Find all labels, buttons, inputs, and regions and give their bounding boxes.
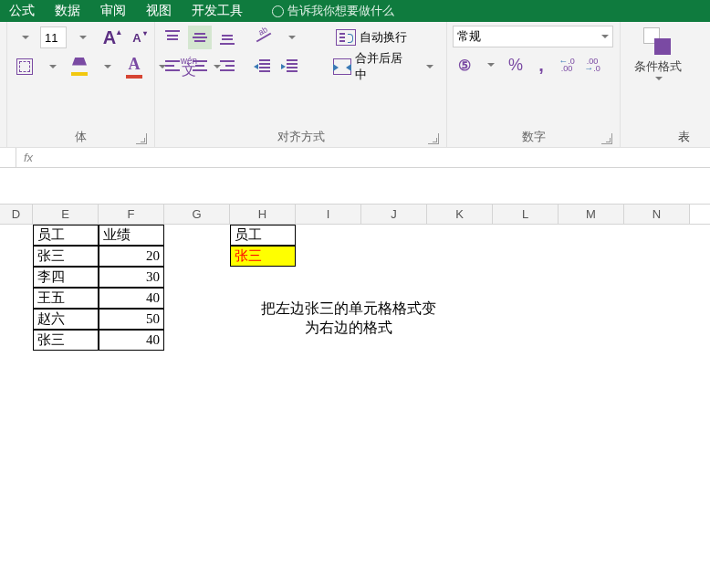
merge-label: 合并后居中 xyxy=(355,50,408,83)
font-size-input[interactable]: 11 xyxy=(40,26,67,48)
decrease-indent-icon xyxy=(254,59,272,74)
comma-icon: , xyxy=(538,55,544,76)
group-styles: 条件格式 表 xyxy=(621,22,695,147)
cell[interactable]: 张三 xyxy=(230,246,296,267)
number-format-value: 常规 xyxy=(457,28,481,45)
formula-input[interactable] xyxy=(40,148,710,167)
font-dialog-launcher[interactable] xyxy=(136,133,147,144)
conditional-formatting-icon xyxy=(643,27,673,57)
orientation-dropdown[interactable] xyxy=(279,26,303,49)
column-header-F[interactable]: F xyxy=(99,205,164,224)
increase-indent-button[interactable] xyxy=(278,55,302,79)
increase-decimal-icon: ←.0.00 xyxy=(559,58,575,72)
column-header-K[interactable]: K xyxy=(427,205,493,224)
column-header-H[interactable]: H xyxy=(230,205,296,224)
borders-button[interactable] xyxy=(13,55,37,79)
comma-style-button[interactable]: , xyxy=(529,53,553,77)
font-size-dropdown[interactable] xyxy=(70,26,94,49)
align-dialog-launcher[interactable] xyxy=(428,133,439,144)
increase-decimal-button[interactable]: ←.0.00 xyxy=(555,53,579,77)
column-header-G[interactable]: G xyxy=(164,205,230,224)
cell[interactable]: 李四 xyxy=(33,267,99,288)
group-number: 常规 ⑤ % , ←.0.00 .00→.0 数字 xyxy=(447,22,621,147)
align-middle-button[interactable] xyxy=(188,26,212,49)
currency-dropdown[interactable] xyxy=(478,53,502,77)
cell[interactable]: 业绩 xyxy=(99,225,164,246)
cell[interactable]: 员工 xyxy=(230,225,296,246)
merge-center-button[interactable]: 合并后居中 xyxy=(328,55,413,79)
wrap-text-icon xyxy=(336,29,356,46)
cell[interactable]: 30 xyxy=(99,267,164,288)
menu-data[interactable]: 数据 xyxy=(55,3,80,19)
paint-bucket-icon xyxy=(72,58,87,70)
column-header-J[interactable]: J xyxy=(361,205,427,224)
menu-view[interactable]: 视图 xyxy=(146,3,172,19)
number-dialog-launcher[interactable] xyxy=(601,133,612,144)
column-header-E[interactable]: E xyxy=(33,205,99,224)
align-top-button[interactable] xyxy=(161,26,184,49)
spacer xyxy=(0,168,710,205)
percent-icon: % xyxy=(508,56,523,75)
cell[interactable]: 员工 xyxy=(33,225,99,246)
wrap-text-label: 自动换行 xyxy=(360,29,407,46)
name-box[interactable] xyxy=(0,148,16,168)
font-group-label: 体 xyxy=(75,129,87,145)
column-headers: DEFGHIJKLMN xyxy=(0,205,710,225)
group-alignment: 自动换行 合并后居中 对齐方式 xyxy=(155,22,447,147)
align-group-label: 对齐方式 xyxy=(277,129,325,145)
decrease-font-button[interactable]: A▾ xyxy=(125,26,149,49)
tell-me-hint[interactable]: 告诉我你想要做什么 xyxy=(272,3,394,19)
number-format-combo[interactable]: 常规 xyxy=(453,26,613,47)
column-header-L[interactable]: L xyxy=(493,205,559,224)
cell[interactable]: 50 xyxy=(99,309,164,330)
fill-color-button[interactable] xyxy=(68,55,91,79)
number-group-label: 数字 xyxy=(522,129,546,145)
font-name-dropdown[interactable] xyxy=(13,26,37,49)
percent-button[interactable]: % xyxy=(504,53,527,77)
align-right-button[interactable] xyxy=(215,55,239,79)
note-line2: 为右边的格式 xyxy=(230,319,467,338)
column-header-I[interactable]: I xyxy=(296,205,361,224)
align-left-button[interactable] xyxy=(161,55,184,79)
conditional-formatting-label: 条件格式 xyxy=(634,58,682,75)
cell[interactable]: 20 xyxy=(99,246,164,267)
align-bottom-button[interactable] xyxy=(215,26,239,49)
border-icon xyxy=(16,58,33,75)
menu-devtools[interactable]: 开发工具 xyxy=(192,3,243,19)
column-header-N[interactable]: N xyxy=(624,205,690,224)
fill-color-dropdown[interactable] xyxy=(95,55,119,79)
increase-font-button[interactable]: A▴ xyxy=(98,26,121,49)
font-color-button[interactable]: A xyxy=(122,55,146,79)
borders-dropdown[interactable] xyxy=(40,55,64,79)
column-header-D[interactable]: D xyxy=(0,205,33,224)
cell[interactable]: 40 xyxy=(99,288,164,309)
font-color-icon: A xyxy=(129,55,141,74)
orientation-button[interactable] xyxy=(252,26,276,49)
align-center-button[interactable] xyxy=(188,55,212,79)
cell[interactable]: 张三 xyxy=(33,246,99,267)
formula-bar: fx xyxy=(0,148,710,168)
merge-dropdown[interactable] xyxy=(417,55,441,79)
decrease-indent-button[interactable] xyxy=(251,55,275,79)
instruction-note: 把左边张三的单元格格式变 为右边的格式 xyxy=(230,299,467,338)
increase-indent-icon xyxy=(281,59,299,74)
cell[interactable]: 张三 xyxy=(33,330,99,351)
fx-icon[interactable]: fx xyxy=(16,151,40,164)
conditional-formatting-button[interactable]: 条件格式 xyxy=(626,26,690,82)
cell[interactable]: 王五 xyxy=(33,288,99,309)
currency-button[interactable]: ⑤ xyxy=(453,53,476,77)
decrease-decimal-icon: .00→.0 xyxy=(584,58,600,72)
lightbulb-icon xyxy=(272,5,284,17)
note-line1: 把左边张三的单元格格式变 xyxy=(230,299,467,319)
column-header-M[interactable]: M xyxy=(559,205,624,224)
menu-review[interactable]: 审阅 xyxy=(100,3,126,19)
decrease-decimal-button[interactable]: .00→.0 xyxy=(580,53,604,77)
orientation-icon xyxy=(255,28,273,47)
merge-icon xyxy=(333,58,351,75)
menu-formulas[interactable]: 公式 xyxy=(9,3,35,19)
cell[interactable]: 40 xyxy=(99,330,164,351)
ribbon: 11 A▴ A▾ A wén文 xyxy=(0,22,710,148)
wrap-text-button[interactable]: 自动换行 xyxy=(330,26,412,49)
group-font: 11 A▴ A▾ A wén文 xyxy=(7,22,155,147)
cell[interactable]: 赵六 xyxy=(33,309,99,330)
